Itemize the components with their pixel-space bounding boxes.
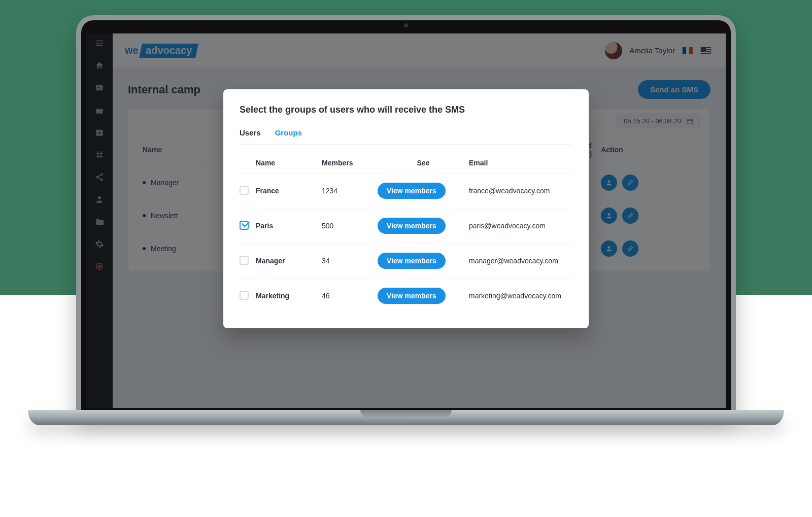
tab-users[interactable]: Users [240,128,261,137]
group-members: 500 [322,222,378,230]
group-email: paris@weadvocacy.com [469,222,572,230]
screen-area: we advocacy Amelia Taylor Internal camp … [86,33,726,408]
group-row: France1234View membersfrance@weadvocacy.… [240,174,572,209]
m-col-name: Name [256,159,322,167]
group-row: Marketing46View membersmarketing@weadvoc… [240,279,572,313]
group-checkbox[interactable] [240,256,249,265]
camera-dot [404,23,408,27]
m-col-members: Members [322,159,378,167]
group-email: marketing@weadvocacy.com [469,292,572,300]
select-groups-modal: Select the groups of users who will rece… [223,89,589,328]
group-name: Manager [256,257,322,265]
group-checkbox[interactable] [240,186,249,195]
group-members: 34 [322,257,378,265]
group-checkbox[interactable] [240,221,249,230]
tab-groups[interactable]: Groups [275,128,302,137]
group-row: Manager34View membersmanager@weadvocacy.… [240,244,572,279]
group-name: Paris [256,222,322,230]
view-members-button[interactable]: View members [378,183,446,199]
group-name: France [256,187,322,195]
group-members: 46 [322,292,378,300]
view-members-button[interactable]: View members [378,288,446,304]
view-members-button[interactable]: View members [378,218,446,234]
page-root: we advocacy Amelia Taylor Internal camp … [0,0,812,517]
modal-title: Select the groups of users who will rece… [240,105,572,115]
group-name: Marketing [256,292,322,300]
laptop-base [28,410,784,425]
m-col-email: Email [469,159,572,167]
group-row: Paris500View membersparis@weadvocacy.com [240,209,572,244]
m-col-see: See [378,159,469,167]
group-email: france@weadvocacy.com [469,187,572,195]
laptop-frame: we advocacy Amelia Taylor Internal camp … [76,15,736,416]
group-members: 1234 [322,187,378,195]
view-members-button[interactable]: View members [378,253,446,269]
modal-tabs: Users Groups [240,128,572,145]
group-checkbox[interactable] [240,291,249,300]
group-email: manager@weadvocacy.com [469,257,572,265]
